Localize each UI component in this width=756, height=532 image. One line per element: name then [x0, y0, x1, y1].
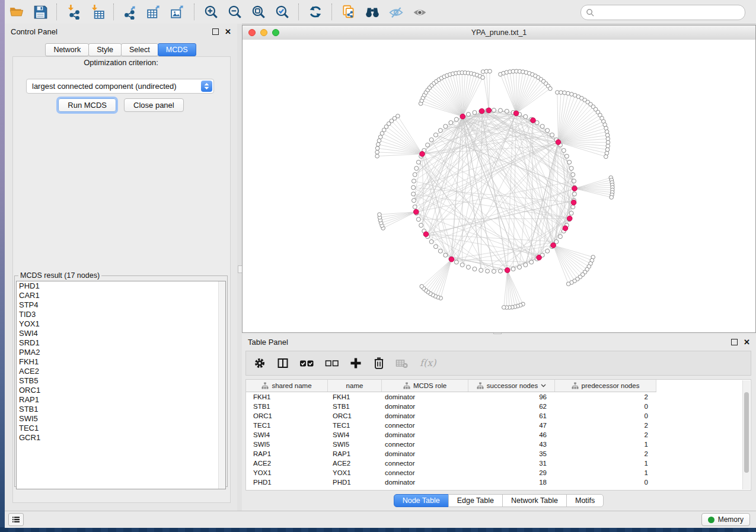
mcds-result-groupbox: MCDS result (17 nodes) PHD1CAR1STP4TID3Y… [14, 271, 228, 487]
table-cell: RAP1 [328, 449, 382, 459]
network-canvas[interactable] [243, 40, 755, 332]
network-titlebar[interactable]: YPA_prune.txt_1 [243, 25, 755, 40]
columns-icon [276, 357, 289, 370]
open-session-button[interactable] [6, 2, 27, 22]
show-all-button[interactable] [409, 2, 430, 22]
table-row[interactable]: FKH1FKH1dominator962 [246, 392, 751, 402]
zoom-out-button[interactable] [224, 2, 245, 22]
mcds-result-node[interactable]: SWI4 [17, 329, 225, 338]
import-network-button[interactable] [63, 2, 84, 22]
tab-edge-table[interactable]: Edge Table [448, 494, 503, 507]
column-header[interactable]: MCDS role [382, 380, 468, 392]
node-table[interactable]: shared namenameMCDS rolesuccessor nodesp… [245, 379, 751, 491]
close-panel-icon[interactable]: ✕ [225, 28, 231, 36]
table-scrollbar[interactable] [742, 380, 750, 489]
search-binoculars-button[interactable] [362, 2, 383, 22]
mcds-button-row: Run MCDS Close panel [5, 98, 237, 112]
table-row[interactable]: YOX1YOX1connector291 [246, 468, 751, 477]
mcds-result-node[interactable]: FKH1 [17, 357, 225, 367]
zoom-selected-icon [275, 4, 290, 20]
duplicate-network-button[interactable] [338, 2, 359, 22]
column-settings-button[interactable] [253, 357, 266, 370]
table-cell: 2 [555, 430, 656, 440]
mcds-result-node[interactable]: ACE2 [17, 367, 225, 376]
delete-table-icon [395, 357, 409, 370]
table-cell: connector [382, 459, 468, 468]
tab-node-table[interactable]: Node Table [394, 494, 449, 507]
zoom-in-button[interactable] [200, 2, 222, 22]
close-panel-button[interactable]: Close panel [124, 98, 184, 112]
table-cell: connector [382, 468, 468, 477]
zoom-selected-button[interactable] [272, 2, 293, 22]
mcds-result-node[interactable]: SWI5 [17, 414, 225, 424]
table-cell: TEC1 [246, 421, 328, 430]
duplicate-network-icon [341, 4, 356, 20]
mcds-result-node[interactable]: SRD1 [17, 338, 225, 348]
tab-motifs[interactable]: Motifs [566, 494, 604, 507]
mcds-result-node[interactable]: STP4 [17, 300, 225, 310]
table-row[interactable]: ORC1ORC1dominator610 [246, 411, 751, 421]
mcds-result-node[interactable]: STB5 [17, 376, 225, 386]
search-field[interactable] [580, 5, 745, 20]
close-panel-icon[interactable]: ✕ [744, 338, 750, 346]
criterion-dropdown[interactable]: largest connected component (undirected) [26, 79, 214, 94]
zoom-fit-button[interactable] [248, 2, 269, 22]
table-toolbar: f(x) [245, 351, 751, 376]
table-cell: 46 [468, 430, 555, 440]
tab-select[interactable]: Select [121, 43, 158, 56]
mcds-result-node[interactable]: TEC1 [17, 424, 225, 433]
float-panel-icon[interactable] [731, 339, 738, 345]
export-image-button[interactable] [167, 2, 189, 22]
tab-style[interactable]: Style [88, 43, 122, 56]
table-cell: TEC1 [328, 421, 382, 430]
tab-mcds[interactable]: MCDS [158, 43, 196, 56]
refresh-layout-button[interactable] [305, 2, 326, 22]
deselect-all-button[interactable] [325, 357, 339, 370]
table-cell: 29 [468, 468, 555, 477]
optimization-criterion-label: Optimization criterion: [5, 58, 237, 67]
desktop-wallpaper-left [0, 0, 5, 532]
float-panel-icon[interactable] [212, 28, 219, 35]
show-columns-button[interactable] [276, 357, 289, 370]
column-header[interactable]: name [328, 380, 382, 392]
export-table-button[interactable] [143, 2, 165, 22]
column-header-label: shared name [272, 382, 311, 389]
tab-network-table[interactable]: Network Table [502, 494, 567, 507]
import-table-button[interactable] [87, 2, 108, 22]
table-row[interactable]: PHD1PHD1dominator180 [246, 477, 751, 487]
table-row[interactable]: TEC1TEC1connector472 [246, 421, 751, 430]
table-cell: connector [382, 440, 468, 449]
mcds-result-node[interactable]: YOX1 [17, 319, 225, 329]
mcds-result-node[interactable]: STB1 [17, 405, 225, 414]
table-row[interactable]: ACE2ACE2connector311 [246, 459, 751, 468]
hide-selected-button[interactable] [385, 2, 407, 22]
save-session-button[interactable] [30, 2, 51, 22]
show-panel-list-button[interactable] [8, 513, 24, 526]
mcds-result-node[interactable]: TID3 [17, 310, 225, 319]
scrollbar-thumb[interactable] [744, 392, 749, 473]
column-header[interactable]: shared name [246, 380, 328, 392]
table-row[interactable]: STB1STB1dominator620 [246, 402, 751, 411]
table-row[interactable]: SWI4SWI4dominator462 [246, 430, 751, 440]
delete-column-button[interactable] [372, 357, 385, 370]
mcds-result-node[interactable]: CAR1 [17, 291, 225, 300]
tab-network[interactable]: Network [45, 43, 89, 56]
export-network-button[interactable] [120, 2, 141, 22]
mcds-result-node[interactable]: ORC1 [17, 386, 225, 395]
mcds-result-node[interactable]: PHD1 [17, 281, 225, 291]
select-all-button[interactable] [299, 357, 315, 370]
table-cell: SWI5 [328, 440, 382, 449]
column-header[interactable]: predecessor nodes [555, 380, 656, 392]
add-column-button[interactable] [349, 357, 362, 370]
table-row[interactable]: RAP1RAP1dominator352 [246, 449, 751, 459]
run-mcds-button[interactable]: Run MCDS [58, 98, 116, 112]
mcds-list-scrollbar[interactable] [218, 281, 225, 489]
search-input[interactable] [595, 8, 728, 17]
column-header[interactable]: successor nodes [468, 380, 555, 392]
memory-button[interactable]: Memory [701, 513, 750, 526]
mcds-result-node[interactable]: PMA2 [17, 348, 225, 357]
vertical-splitter[interactable] [237, 24, 242, 511]
table-row[interactable]: SWI5SWI5connector431 [246, 440, 751, 449]
mcds-result-node[interactable]: GCR1 [17, 433, 225, 443]
mcds-result-node[interactable]: RAP1 [17, 395, 225, 405]
